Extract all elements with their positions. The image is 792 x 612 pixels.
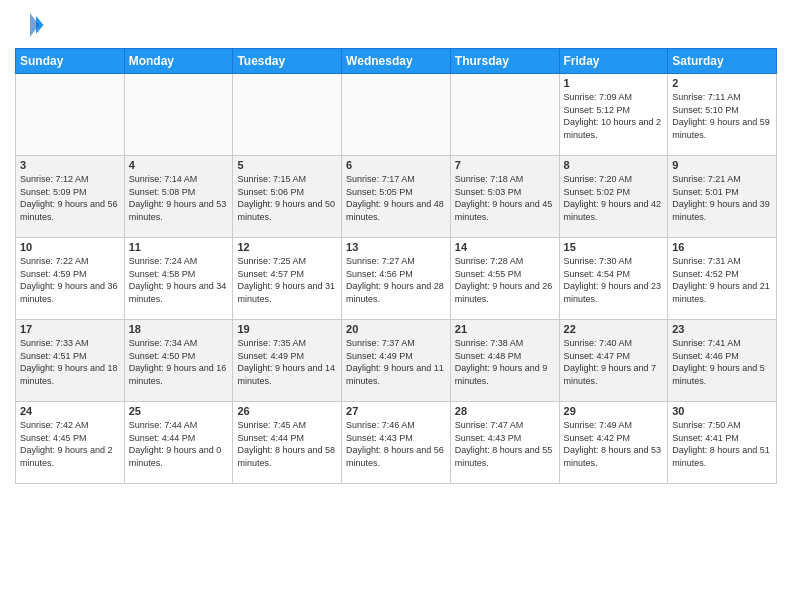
- calendar-cell: 28Sunrise: 7:47 AM Sunset: 4:43 PM Dayli…: [450, 402, 559, 484]
- day-number: 8: [564, 159, 664, 171]
- day-info: Sunrise: 7:25 AM Sunset: 4:57 PM Dayligh…: [237, 255, 337, 305]
- calendar-cell: 17Sunrise: 7:33 AM Sunset: 4:51 PM Dayli…: [16, 320, 125, 402]
- day-info: Sunrise: 7:50 AM Sunset: 4:41 PM Dayligh…: [672, 419, 772, 469]
- calendar-cell: [124, 74, 233, 156]
- day-info: Sunrise: 7:21 AM Sunset: 5:01 PM Dayligh…: [672, 173, 772, 223]
- day-number: 12: [237, 241, 337, 253]
- calendar-cell: 24Sunrise: 7:42 AM Sunset: 4:45 PM Dayli…: [16, 402, 125, 484]
- day-number: 11: [129, 241, 229, 253]
- weekday-header: Monday: [124, 49, 233, 74]
- calendar-cell: [450, 74, 559, 156]
- day-info: Sunrise: 7:41 AM Sunset: 4:46 PM Dayligh…: [672, 337, 772, 387]
- day-info: Sunrise: 7:11 AM Sunset: 5:10 PM Dayligh…: [672, 91, 772, 141]
- day-number: 26: [237, 405, 337, 417]
- calendar-cell: 19Sunrise: 7:35 AM Sunset: 4:49 PM Dayli…: [233, 320, 342, 402]
- calendar-cell: 1Sunrise: 7:09 AM Sunset: 5:12 PM Daylig…: [559, 74, 668, 156]
- day-info: Sunrise: 7:47 AM Sunset: 4:43 PM Dayligh…: [455, 419, 555, 469]
- day-info: Sunrise: 7:45 AM Sunset: 4:44 PM Dayligh…: [237, 419, 337, 469]
- weekday-header: Friday: [559, 49, 668, 74]
- calendar-cell: 25Sunrise: 7:44 AM Sunset: 4:44 PM Dayli…: [124, 402, 233, 484]
- day-info: Sunrise: 7:18 AM Sunset: 5:03 PM Dayligh…: [455, 173, 555, 223]
- day-number: 25: [129, 405, 229, 417]
- day-number: 29: [564, 405, 664, 417]
- calendar-cell: 29Sunrise: 7:49 AM Sunset: 4:42 PM Dayli…: [559, 402, 668, 484]
- day-number: 13: [346, 241, 446, 253]
- weekday-header: Sunday: [16, 49, 125, 74]
- calendar-cell: 4Sunrise: 7:14 AM Sunset: 5:08 PM Daylig…: [124, 156, 233, 238]
- calendar-cell: 22Sunrise: 7:40 AM Sunset: 4:47 PM Dayli…: [559, 320, 668, 402]
- calendar-cell: 2Sunrise: 7:11 AM Sunset: 5:10 PM Daylig…: [668, 74, 777, 156]
- calendar-cell: 10Sunrise: 7:22 AM Sunset: 4:59 PM Dayli…: [16, 238, 125, 320]
- day-info: Sunrise: 7:40 AM Sunset: 4:47 PM Dayligh…: [564, 337, 664, 387]
- day-number: 4: [129, 159, 229, 171]
- day-info: Sunrise: 7:15 AM Sunset: 5:06 PM Dayligh…: [237, 173, 337, 223]
- day-info: Sunrise: 7:33 AM Sunset: 4:51 PM Dayligh…: [20, 337, 120, 387]
- weekday-header: Wednesday: [342, 49, 451, 74]
- day-info: Sunrise: 7:35 AM Sunset: 4:49 PM Dayligh…: [237, 337, 337, 387]
- day-number: 6: [346, 159, 446, 171]
- day-number: 9: [672, 159, 772, 171]
- calendar-cell: 3Sunrise: 7:12 AM Sunset: 5:09 PM Daylig…: [16, 156, 125, 238]
- calendar-week-row: 24Sunrise: 7:42 AM Sunset: 4:45 PM Dayli…: [16, 402, 777, 484]
- svg-marker-1: [30, 13, 39, 37]
- calendar-cell: 13Sunrise: 7:27 AM Sunset: 4:56 PM Dayli…: [342, 238, 451, 320]
- calendar-cell: 11Sunrise: 7:24 AM Sunset: 4:58 PM Dayli…: [124, 238, 233, 320]
- calendar-week-row: 1Sunrise: 7:09 AM Sunset: 5:12 PM Daylig…: [16, 74, 777, 156]
- day-number: 2: [672, 77, 772, 89]
- calendar-cell: 18Sunrise: 7:34 AM Sunset: 4:50 PM Dayli…: [124, 320, 233, 402]
- day-info: Sunrise: 7:30 AM Sunset: 4:54 PM Dayligh…: [564, 255, 664, 305]
- calendar-cell: 30Sunrise: 7:50 AM Sunset: 4:41 PM Dayli…: [668, 402, 777, 484]
- day-info: Sunrise: 7:31 AM Sunset: 4:52 PM Dayligh…: [672, 255, 772, 305]
- calendar-cell: 7Sunrise: 7:18 AM Sunset: 5:03 PM Daylig…: [450, 156, 559, 238]
- weekday-header-row: SundayMondayTuesdayWednesdayThursdayFrid…: [16, 49, 777, 74]
- calendar-cell: [233, 74, 342, 156]
- weekday-header: Thursday: [450, 49, 559, 74]
- day-info: Sunrise: 7:28 AM Sunset: 4:55 PM Dayligh…: [455, 255, 555, 305]
- calendar-cell: 21Sunrise: 7:38 AM Sunset: 4:48 PM Dayli…: [450, 320, 559, 402]
- calendar-cell: 12Sunrise: 7:25 AM Sunset: 4:57 PM Dayli…: [233, 238, 342, 320]
- calendar-cell: 20Sunrise: 7:37 AM Sunset: 4:49 PM Dayli…: [342, 320, 451, 402]
- day-number: 23: [672, 323, 772, 335]
- calendar: SundayMondayTuesdayWednesdayThursdayFrid…: [15, 48, 777, 484]
- calendar-cell: 27Sunrise: 7:46 AM Sunset: 4:43 PM Dayli…: [342, 402, 451, 484]
- day-info: Sunrise: 7:49 AM Sunset: 4:42 PM Dayligh…: [564, 419, 664, 469]
- calendar-cell: 8Sunrise: 7:20 AM Sunset: 5:02 PM Daylig…: [559, 156, 668, 238]
- calendar-cell: 23Sunrise: 7:41 AM Sunset: 4:46 PM Dayli…: [668, 320, 777, 402]
- day-info: Sunrise: 7:46 AM Sunset: 4:43 PM Dayligh…: [346, 419, 446, 469]
- header: [15, 10, 777, 40]
- calendar-cell: 9Sunrise: 7:21 AM Sunset: 5:01 PM Daylig…: [668, 156, 777, 238]
- day-number: 18: [129, 323, 229, 335]
- day-info: Sunrise: 7:34 AM Sunset: 4:50 PM Dayligh…: [129, 337, 229, 387]
- day-info: Sunrise: 7:44 AM Sunset: 4:44 PM Dayligh…: [129, 419, 229, 469]
- day-number: 22: [564, 323, 664, 335]
- weekday-header: Tuesday: [233, 49, 342, 74]
- calendar-week-row: 17Sunrise: 7:33 AM Sunset: 4:51 PM Dayli…: [16, 320, 777, 402]
- day-number: 3: [20, 159, 120, 171]
- day-number: 15: [564, 241, 664, 253]
- day-number: 21: [455, 323, 555, 335]
- day-number: 27: [346, 405, 446, 417]
- day-number: 16: [672, 241, 772, 253]
- logo: [15, 10, 49, 40]
- calendar-cell: 6Sunrise: 7:17 AM Sunset: 5:05 PM Daylig…: [342, 156, 451, 238]
- day-number: 19: [237, 323, 337, 335]
- day-info: Sunrise: 7:17 AM Sunset: 5:05 PM Dayligh…: [346, 173, 446, 223]
- day-info: Sunrise: 7:09 AM Sunset: 5:12 PM Dayligh…: [564, 91, 664, 141]
- page: SundayMondayTuesdayWednesdayThursdayFrid…: [0, 0, 792, 612]
- day-info: Sunrise: 7:42 AM Sunset: 4:45 PM Dayligh…: [20, 419, 120, 469]
- day-info: Sunrise: 7:20 AM Sunset: 5:02 PM Dayligh…: [564, 173, 664, 223]
- calendar-cell: 14Sunrise: 7:28 AM Sunset: 4:55 PM Dayli…: [450, 238, 559, 320]
- day-number: 17: [20, 323, 120, 335]
- calendar-week-row: 10Sunrise: 7:22 AM Sunset: 4:59 PM Dayli…: [16, 238, 777, 320]
- day-number: 24: [20, 405, 120, 417]
- day-info: Sunrise: 7:14 AM Sunset: 5:08 PM Dayligh…: [129, 173, 229, 223]
- day-number: 1: [564, 77, 664, 89]
- weekday-header: Saturday: [668, 49, 777, 74]
- day-info: Sunrise: 7:37 AM Sunset: 4:49 PM Dayligh…: [346, 337, 446, 387]
- day-info: Sunrise: 7:24 AM Sunset: 4:58 PM Dayligh…: [129, 255, 229, 305]
- calendar-cell: 26Sunrise: 7:45 AM Sunset: 4:44 PM Dayli…: [233, 402, 342, 484]
- day-number: 30: [672, 405, 772, 417]
- day-info: Sunrise: 7:27 AM Sunset: 4:56 PM Dayligh…: [346, 255, 446, 305]
- day-number: 7: [455, 159, 555, 171]
- calendar-cell: [16, 74, 125, 156]
